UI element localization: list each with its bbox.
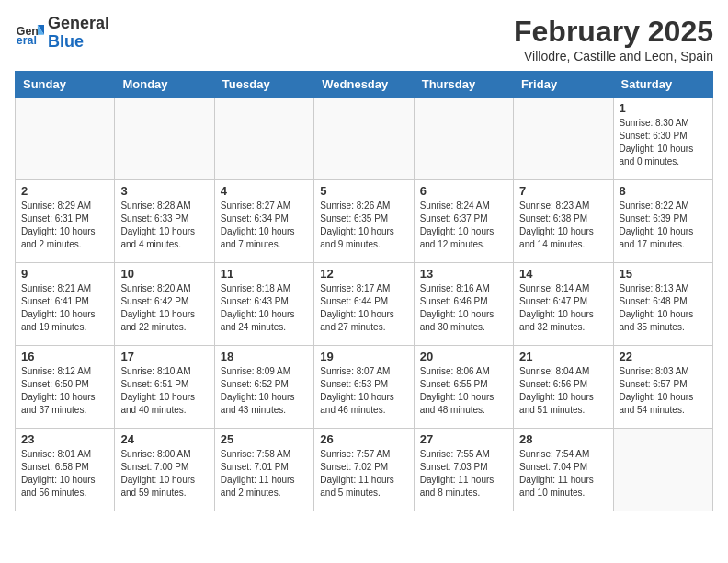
day-number: 19 [320,350,407,363]
calendar-cell: 7Sunrise: 8:23 AM Sunset: 6:38 PM Daylig… [514,180,613,263]
calendar-cell: 1Sunrise: 8:30 AM Sunset: 6:30 PM Daylig… [613,98,712,180]
calendar-cell: 20Sunrise: 8:06 AM Sunset: 6:55 PM Dayli… [414,346,513,429]
day-info: Sunrise: 8:20 AM Sunset: 6:42 PM Dayligh… [120,282,208,334]
calendar-cell: 26Sunrise: 7:57 AM Sunset: 7:02 PM Dayli… [314,429,414,511]
calendar-cell: 24Sunrise: 8:00 AM Sunset: 7:00 PM Dayli… [115,429,214,511]
day-info: Sunrise: 8:17 AM Sunset: 6:44 PM Dayligh… [320,282,407,334]
title-area: February 2025 Villodre, Castille and Leo… [514,15,713,63]
logo-blue: Blue [48,33,109,52]
day-info: Sunrise: 8:23 AM Sunset: 6:38 PM Dayligh… [519,200,607,251]
calendar-cell: 27Sunrise: 7:55 AM Sunset: 7:03 PM Dayli… [414,429,513,511]
calendar-cell [613,429,712,511]
day-info: Sunrise: 8:00 AM Sunset: 7:00 PM Dayligh… [120,448,208,500]
calendar-cell: 6Sunrise: 8:24 AM Sunset: 6:37 PM Daylig… [414,180,513,263]
day-info: Sunrise: 8:21 AM Sunset: 6:41 PM Dayligh… [21,282,108,334]
week-row-4: 16Sunrise: 8:12 AM Sunset: 6:50 PM Dayli… [16,346,713,429]
calendar: SundayMondayTuesdayWednesdayThursdayFrid… [15,71,713,511]
day-info: Sunrise: 8:30 AM Sunset: 6:30 PM Dayligh… [620,117,707,168]
calendar-cell: 13Sunrise: 8:16 AM Sunset: 6:46 PM Dayli… [414,263,513,346]
calendar-cell: 4Sunrise: 8:27 AM Sunset: 6:34 PM Daylig… [214,180,313,263]
header: Gen eral General Blue February 2025 Vill… [15,15,713,63]
calendar-cell [314,98,414,180]
day-number: 4 [221,184,308,198]
day-info: Sunrise: 8:22 AM Sunset: 6:39 PM Dayligh… [620,200,707,251]
day-info: Sunrise: 7:54 AM Sunset: 7:04 PM Dayligh… [519,448,607,500]
calendar-cell [16,98,115,180]
day-info: Sunrise: 8:13 AM Sunset: 6:48 PM Dayligh… [620,282,707,334]
day-number: 8 [620,184,707,198]
week-row-2: 2Sunrise: 8:29 AM Sunset: 6:31 PM Daylig… [16,180,713,263]
day-number: 6 [420,184,507,198]
calendar-cell: 22Sunrise: 8:03 AM Sunset: 6:57 PM Dayli… [613,346,712,429]
day-info: Sunrise: 8:06 AM Sunset: 6:55 PM Dayligh… [420,365,507,417]
svg-text:eral: eral [17,34,37,47]
day-number: 14 [519,267,607,281]
calendar-cell: 12Sunrise: 8:17 AM Sunset: 6:44 PM Dayli… [314,263,414,346]
day-number: 25 [221,432,308,446]
calendar-cell: 10Sunrise: 8:20 AM Sunset: 6:42 PM Dayli… [115,263,214,346]
calendar-cell: 5Sunrise: 8:26 AM Sunset: 6:35 PM Daylig… [314,180,414,263]
calendar-cell: 23Sunrise: 8:01 AM Sunset: 6:58 PM Dayli… [16,429,115,511]
day-number: 26 [320,432,407,446]
calendar-cell: 3Sunrise: 8:28 AM Sunset: 6:33 PM Daylig… [115,180,214,263]
day-number: 9 [21,267,108,281]
calendar-header-monday: Monday [115,72,214,98]
day-number: 5 [320,184,407,198]
day-info: Sunrise: 8:12 AM Sunset: 6:50 PM Dayligh… [21,365,108,417]
day-number: 1 [620,101,707,115]
day-info: Sunrise: 8:18 AM Sunset: 6:43 PM Dayligh… [221,282,308,334]
day-info: Sunrise: 8:09 AM Sunset: 6:52 PM Dayligh… [221,365,308,417]
day-number: 18 [221,350,308,363]
week-row-1: 1Sunrise: 8:30 AM Sunset: 6:30 PM Daylig… [16,98,713,180]
day-info: Sunrise: 8:10 AM Sunset: 6:51 PM Dayligh… [120,365,208,417]
calendar-cell: 9Sunrise: 8:21 AM Sunset: 6:41 PM Daylig… [16,263,115,346]
day-info: Sunrise: 8:26 AM Sunset: 6:35 PM Dayligh… [320,200,407,251]
calendar-header-tuesday: Tuesday [214,72,313,98]
calendar-header-sunday: Sunday [16,72,115,98]
day-info: Sunrise: 7:58 AM Sunset: 7:01 PM Dayligh… [221,448,308,500]
calendar-cell: 2Sunrise: 8:29 AM Sunset: 6:31 PM Daylig… [16,180,115,263]
calendar-cell [214,98,313,180]
day-number: 23 [21,432,108,446]
day-number: 22 [620,350,707,363]
calendar-header-friday: Friday [514,72,613,98]
calendar-header-saturday: Saturday [613,72,712,98]
calendar-cell: 11Sunrise: 8:18 AM Sunset: 6:43 PM Dayli… [214,263,313,346]
calendar-cell [514,98,613,180]
calendar-cell: 18Sunrise: 8:09 AM Sunset: 6:52 PM Dayli… [214,346,313,429]
day-number: 7 [519,184,607,198]
calendar-cell [115,98,214,180]
day-number: 11 [221,267,308,281]
day-info: Sunrise: 8:16 AM Sunset: 6:46 PM Dayligh… [420,282,507,334]
day-number: 13 [420,267,507,281]
day-number: 28 [519,432,607,446]
day-number: 15 [620,267,707,281]
calendar-cell: 19Sunrise: 8:07 AM Sunset: 6:53 PM Dayli… [314,346,414,429]
day-info: Sunrise: 8:07 AM Sunset: 6:53 PM Dayligh… [320,365,407,417]
calendar-cell: 21Sunrise: 8:04 AM Sunset: 6:56 PM Dayli… [514,346,613,429]
day-info: Sunrise: 7:55 AM Sunset: 7:03 PM Dayligh… [420,448,507,500]
calendar-cell [414,98,513,180]
day-info: Sunrise: 7:57 AM Sunset: 7:02 PM Dayligh… [320,448,407,500]
calendar-cell: 28Sunrise: 7:54 AM Sunset: 7:04 PM Dayli… [514,429,613,511]
day-info: Sunrise: 8:03 AM Sunset: 6:57 PM Dayligh… [620,365,707,417]
day-info: Sunrise: 8:28 AM Sunset: 6:33 PM Dayligh… [120,200,208,251]
day-number: 16 [21,350,108,363]
logo: Gen eral General Blue [15,15,109,52]
day-info: Sunrise: 8:14 AM Sunset: 6:47 PM Dayligh… [519,282,607,334]
logo-text: General Blue [48,15,109,52]
calendar-cell: 16Sunrise: 8:12 AM Sunset: 6:50 PM Dayli… [16,346,115,429]
day-info: Sunrise: 8:04 AM Sunset: 6:56 PM Dayligh… [519,365,607,417]
day-number: 24 [120,432,208,446]
day-info: Sunrise: 8:24 AM Sunset: 6:37 PM Dayligh… [420,200,507,251]
calendar-header-row: SundayMondayTuesdayWednesdayThursdayFrid… [16,72,713,98]
calendar-cell: 17Sunrise: 8:10 AM Sunset: 6:51 PM Dayli… [115,346,214,429]
day-info: Sunrise: 8:01 AM Sunset: 6:58 PM Dayligh… [21,448,108,500]
day-number: 10 [120,267,208,281]
week-row-3: 9Sunrise: 8:21 AM Sunset: 6:41 PM Daylig… [16,263,713,346]
day-number: 20 [420,350,507,363]
day-info: Sunrise: 8:27 AM Sunset: 6:34 PM Dayligh… [221,200,308,251]
day-info: Sunrise: 8:29 AM Sunset: 6:31 PM Dayligh… [21,200,108,251]
location-subtitle: Villodre, Castille and Leon, Spain [514,49,713,63]
day-number: 27 [420,432,507,446]
